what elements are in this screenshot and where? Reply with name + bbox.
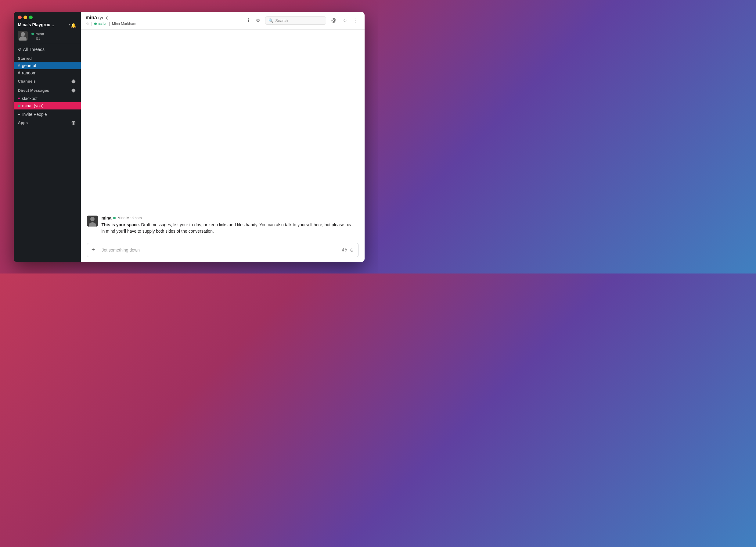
info-button[interactable]: ℹ: [247, 16, 251, 25]
threads-icon: ⊚: [18, 47, 21, 52]
slackbot-label: slackbot: [22, 96, 38, 101]
star-icon[interactable]: ☆: [86, 21, 90, 26]
message-input-box: + @ ☺: [87, 243, 358, 257]
emoji-input-icon[interactable]: ☺: [349, 247, 354, 253]
message-block: mina Mina Markham This is your space. Dr…: [87, 216, 358, 235]
direct-messages-label: Direct Messages: [18, 88, 49, 93]
more-icon: ⋮: [353, 17, 358, 24]
plus-invite-icon: +: [18, 112, 20, 117]
sidebar-item-general[interactable]: # general: [14, 62, 81, 69]
gear-icon: ⚙: [256, 17, 260, 24]
heart-icon: ♥: [18, 96, 20, 101]
header-meta-row: ☆ | active | Mina Markham: [86, 21, 136, 26]
all-threads-label: All Threads: [23, 47, 45, 52]
message-bold: This is your space.: [102, 222, 140, 227]
hash-icon-general: #: [18, 63, 20, 68]
channels-label: Channels: [18, 79, 36, 84]
active-badge: active: [94, 22, 107, 26]
direct-messages-section: Direct Messages ⊕: [14, 86, 81, 95]
sidebar: Mina's Playgrou... ▾ 🔔 mina ⌘1: [14, 12, 81, 262]
settings-button[interactable]: ⚙: [254, 16, 261, 25]
message-subtitle: Mina Markham: [117, 216, 142, 220]
add-app-button[interactable]: ⊕: [70, 120, 77, 126]
cmd-badge: ⌘1: [31, 37, 44, 40]
active-label: active: [98, 22, 107, 26]
maximize-button[interactable]: [29, 16, 33, 19]
channel-general-label: general: [22, 63, 36, 68]
message-body: This is your space. Draft messages, list…: [102, 222, 358, 235]
window-controls: [18, 16, 77, 19]
header-left: mina (you) ☆ | active | Mina Markham: [86, 15, 136, 26]
search-box[interactable]: 🔍: [265, 16, 326, 25]
more-button[interactable]: ⋮: [352, 16, 360, 25]
message-input-area: + @ ☺: [81, 240, 365, 262]
at-button[interactable]: @: [330, 16, 337, 25]
search-input[interactable]: [275, 18, 323, 23]
header-right: ℹ ⚙ 🔍 @ ☆ ⋮: [247, 16, 359, 25]
mina-you-label: mina (you): [22, 103, 44, 108]
invite-people-label: Invite People: [22, 112, 47, 117]
status-dot: [31, 33, 34, 35]
main-content: mina (you) ☆ | active | Mina Markham ℹ: [81, 12, 365, 262]
input-plus-button[interactable]: +: [87, 243, 99, 257]
message-sender: mina: [102, 216, 112, 221]
channel-title-you: (you): [98, 15, 109, 20]
info-icon: ℹ: [248, 17, 250, 24]
at-icon: @: [331, 17, 336, 23]
app-window: Mina's Playgrou... ▾ 🔔 mina ⌘1: [14, 12, 365, 262]
chat-area: mina Mina Markham This is your space. Dr…: [81, 30, 365, 240]
sidebar-item-mina-you[interactable]: mina (you): [14, 102, 81, 110]
separator-2: |: [109, 22, 110, 26]
sidebar-item-slackbot[interactable]: ♥ slackbot: [14, 95, 81, 102]
channel-title-name: mina: [86, 15, 97, 20]
star-button[interactable]: ☆: [341, 16, 348, 25]
message-avatar: [87, 216, 98, 227]
main-header: mina (you) ☆ | active | Mina Markham ℹ: [81, 12, 365, 30]
sidebar-item-random[interactable]: # random: [14, 69, 81, 77]
avatar[interactable]: [18, 31, 28, 41]
add-channel-button[interactable]: ⊕: [70, 78, 77, 85]
hash-icon-random: #: [18, 70, 20, 75]
bell-icon[interactable]: 🔔: [70, 23, 77, 28]
apps-label: Apps: [18, 121, 28, 125]
message-meta: mina Mina Markham: [102, 216, 358, 221]
workspace-selector[interactable]: Mina's Playgrou... ▾: [18, 22, 70, 27]
minimize-button[interactable]: [23, 16, 27, 19]
sidebar-username: mina: [36, 32, 44, 36]
message-right: mina Mina Markham This is your space. Dr…: [102, 216, 358, 235]
sidebar-nav: ⊚ All Threads Starred # general # random…: [14, 43, 81, 262]
dm-status-dot: [18, 105, 20, 107]
sidebar-item-all-threads[interactable]: ⊚ All Threads: [14, 46, 81, 53]
sidebar-header: Mina's Playgrou... ▾ 🔔 mina ⌘1: [14, 12, 81, 43]
add-dm-button[interactable]: ⊕: [70, 88, 77, 94]
at-input-icon[interactable]: @: [342, 247, 347, 253]
close-button[interactable]: [18, 16, 22, 19]
apps-section: Apps ⊕: [14, 118, 81, 127]
search-icon: 🔍: [268, 18, 273, 23]
message-input[interactable]: [99, 244, 342, 256]
channels-section: Channels ⊕: [14, 77, 81, 86]
header-title-row: mina (you): [86, 15, 136, 20]
full-name-label: Mina Markham: [112, 22, 136, 26]
active-status-dot: [94, 23, 97, 25]
workspace-name: Mina's Playgrou...: [18, 22, 54, 27]
sidebar-item-invite-people[interactable]: + Invite People: [14, 111, 81, 118]
input-right-icons: @ ☺: [342, 247, 358, 253]
star-header-icon: ☆: [343, 17, 347, 24]
message-status-dot: [113, 217, 116, 219]
channel-random-label: random: [22, 70, 36, 75]
user-status-row: mina: [31, 32, 44, 36]
separator-1: |: [92, 22, 92, 26]
starred-section-label: Starred: [14, 53, 81, 62]
